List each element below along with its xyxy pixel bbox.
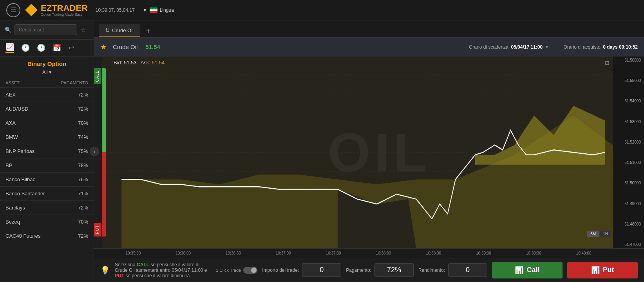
menu-button[interactable]: ☰ xyxy=(6,3,20,17)
import-label: Importo del trade: xyxy=(262,267,299,273)
timeframe-button-5m[interactable]: 5M xyxy=(587,231,599,237)
hint-icon: 💡 xyxy=(100,266,110,275)
tab-crude-oil[interactable]: ⇅ Crude Oil xyxy=(99,24,140,37)
put-button[interactable]: 📊 Put xyxy=(567,262,638,278)
chart-buy-time: Orario di acquisto: 0 days 00:10:52 xyxy=(564,44,638,50)
asset-list: AEX72%AUD/USD72%AXA70%BMW74%BNP Paribas7… xyxy=(0,88,94,282)
hint-call-word: CALL xyxy=(137,262,149,267)
search-bar: 🔍 ☆ xyxy=(0,20,94,40)
chart-wrapper: OIL Bid: 51.53 Ask: 51.54 CALL PUT ⊡ xyxy=(94,56,644,248)
ask-value: 51.54 xyxy=(152,60,165,65)
refresh-icon[interactable]: ↩ xyxy=(68,44,74,52)
trending-icon[interactable]: 📈 xyxy=(5,43,14,53)
list-item[interactable]: BNP Paribas75% xyxy=(0,144,94,158)
lang-label: Lingua xyxy=(160,7,174,13)
asset-pct: 74% xyxy=(78,134,88,140)
chart-buy-value: 0 days 00:10:52 xyxy=(603,44,638,50)
time-tick: 10:40:00 xyxy=(559,251,609,255)
hint-put-word: PUT xyxy=(115,273,124,278)
calendar-icon[interactable]: 📅 xyxy=(52,44,61,52)
price-tick: 51.53000 xyxy=(614,120,642,124)
list-item[interactable]: BP78% xyxy=(0,158,94,173)
asset-pct: 78% xyxy=(78,162,88,168)
list-item[interactable]: AEX72% xyxy=(0,88,94,102)
list-item[interactable]: BMW74% xyxy=(0,130,94,144)
list-item[interactable]: CAC40 Futures72% xyxy=(0,229,94,243)
list-item[interactable]: Banco Bilbao76% xyxy=(0,173,94,187)
asset-name: Bezeq xyxy=(5,219,20,225)
chart-header: ★ Crude Oil 51.54 Orario di scadenza: 05… xyxy=(94,38,644,56)
arrow-down-icon: ▼ xyxy=(143,7,147,13)
list-item[interactable]: Banco Santander71% xyxy=(0,187,94,201)
list-item[interactable]: AUD/USD72% xyxy=(0,102,94,116)
call-put-bar xyxy=(102,68,106,237)
asset-pct: 72% xyxy=(78,205,88,211)
asset-pct: 72% xyxy=(78,233,88,239)
logo-text: EZTRADER Option Trading Made Easy xyxy=(41,4,88,16)
chart-expiry: Orario di scadenza: 05/04/17 11:00 ▾ xyxy=(469,44,548,50)
time-tick: 10:38:00 xyxy=(358,251,409,255)
add-tab-button[interactable]: + xyxy=(142,25,155,37)
chart-expand-icon[interactable]: ⊡ xyxy=(605,60,610,66)
asset-pct: 75% xyxy=(78,148,88,154)
one-click-toggle[interactable] xyxy=(243,267,257,274)
category-header: Binary Option xyxy=(0,56,94,69)
list-item[interactable]: Barclays72% xyxy=(0,201,94,215)
payment-field: Pagamento: 72% xyxy=(346,263,414,277)
logo-ez: EZTRADER xyxy=(41,4,88,13)
timeframe-area: 5M1H xyxy=(587,231,611,237)
list-item[interactable]: Bezeq70% xyxy=(0,215,94,229)
header-time: 10:39:07, 05.04.17 xyxy=(96,7,135,13)
tab-label: Crude Oil xyxy=(112,27,134,33)
call-chart-icon: 📊 xyxy=(515,266,523,275)
price-tick: 51.56000 xyxy=(614,58,642,62)
asset-pct: 72% xyxy=(78,106,88,112)
timeframe-button-1h[interactable]: 1H xyxy=(600,231,611,237)
rendimento-label: Rendimento: xyxy=(418,267,445,273)
bottom-bar: 💡 Seleziona CALL se pensi che il valore … xyxy=(94,258,644,282)
hamburger-icon: ☰ xyxy=(11,6,16,14)
one-click-label: 1 Click Trade xyxy=(216,268,241,273)
time-tick: 10:39:00 xyxy=(459,251,509,255)
price-tick: 51.47000 xyxy=(614,242,642,247)
time-tick: 10:37:30 xyxy=(308,251,358,255)
sidebar-collapse-button[interactable]: › xyxy=(90,147,99,156)
category-filter[interactable]: All ▾ xyxy=(0,69,94,78)
price-tick: 51.55000 xyxy=(614,78,642,83)
payment-label: Pagamento: xyxy=(346,267,371,273)
asset-name: Banco Santander xyxy=(5,191,45,196)
asset-name: AEX xyxy=(5,92,16,98)
time-tick: 10:36:30 xyxy=(208,251,259,255)
list-item[interactable]: AXA70% xyxy=(0,116,94,130)
lang-selector[interactable]: ▼ Lingua xyxy=(143,7,174,13)
col-payment: PAGAMENTO xyxy=(61,80,88,85)
logo-diamond-icon xyxy=(25,4,38,16)
import-field: Importo del trade: 0 xyxy=(262,263,341,277)
history-icon[interactable]: 🕐 xyxy=(21,44,30,52)
put-btn-label: Put xyxy=(603,266,614,274)
favorites-star-icon[interactable]: ☆ xyxy=(80,26,86,34)
asset-table-header: ASSET PAGAMENTO xyxy=(0,78,94,88)
search-icon: 🔍 xyxy=(5,27,11,33)
asset-name: BP xyxy=(5,162,12,168)
put-chart-icon: 📊 xyxy=(591,266,600,275)
tab-bar: ⇅ Crude Oil + xyxy=(94,20,644,38)
search-input[interactable] xyxy=(14,24,77,35)
content-area: ⇅ Crude Oil + ★ Crude Oil 51.54 Orario d… xyxy=(94,20,644,282)
price-axis: 51.5600051.5500051.5400051.5300051.52000… xyxy=(613,56,644,248)
toggle-thumb xyxy=(251,267,257,273)
import-value[interactable]: 0 xyxy=(302,263,341,277)
asset-name: Barclays xyxy=(5,205,25,211)
call-button[interactable]: 📊 Call xyxy=(492,262,563,278)
one-click-trade-area: 1 Click Trade xyxy=(216,267,257,274)
asset-name: CAC40 Futures xyxy=(5,233,41,239)
price-tick: 51.50000 xyxy=(614,181,642,185)
logo-area: EZTRADER Option Trading Made Easy xyxy=(25,4,88,16)
chart-star-icon[interactable]: ★ xyxy=(100,43,107,51)
call-btn-label: Call xyxy=(526,266,539,274)
chart-asset-name: Crude Oil xyxy=(113,44,137,50)
clock24-icon[interactable]: 🕐 xyxy=(37,44,45,52)
expiry-dropdown-icon[interactable]: ▾ xyxy=(546,44,548,50)
asset-name: AXA xyxy=(5,120,16,126)
asset-pct: 70% xyxy=(78,219,88,225)
